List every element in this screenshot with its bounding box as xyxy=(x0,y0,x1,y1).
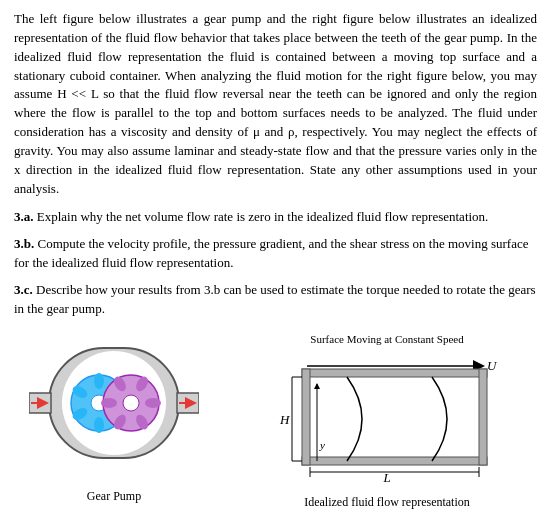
gear-pump-diagram xyxy=(29,333,199,483)
flow-diagram: U H y xyxy=(252,349,522,489)
svg-text:U: U xyxy=(487,358,498,373)
svg-point-15 xyxy=(145,398,161,408)
svg-rect-26 xyxy=(302,369,487,377)
question-3c: 3.c. Describe how your results from 3.b … xyxy=(14,281,537,319)
svg-text:L: L xyxy=(382,470,390,485)
q3b-label: 3.b. xyxy=(14,236,34,251)
fig-right-title: Surface Moving at Constant Speed xyxy=(310,333,463,345)
fig-right-caption: Idealized fluid flow representation xyxy=(304,495,470,510)
q3a-label: 3.a. xyxy=(14,209,34,224)
question-3a: 3.a. Explain why the net volume flow rat… xyxy=(14,208,537,227)
svg-rect-28 xyxy=(302,369,310,465)
svg-point-13 xyxy=(123,395,139,411)
figure-right: Surface Moving at Constant Speed U xyxy=(237,333,537,510)
svg-point-18 xyxy=(101,398,117,408)
svg-text:y: y xyxy=(319,439,325,451)
svg-rect-27 xyxy=(302,457,487,465)
svg-point-5 xyxy=(94,373,104,389)
svg-point-8 xyxy=(94,417,104,433)
fig-left-caption: Gear Pump xyxy=(87,489,141,504)
intro-paragraph: The left figure below illustrates a gear… xyxy=(14,10,537,198)
figure-left: Gear Pump xyxy=(14,333,214,504)
svg-rect-29 xyxy=(479,369,487,465)
question-3b: 3.b. Compute the velocity profile, the p… xyxy=(14,235,537,273)
q3a-text: Explain why the net volume flow rate is … xyxy=(37,209,489,224)
q3b-text: Compute the velocity profile, the pressu… xyxy=(14,236,528,270)
svg-text:H: H xyxy=(279,412,290,427)
q3c-text: Describe how your results from 3.b can b… xyxy=(14,282,536,316)
figures-row: Gear Pump Surface Moving at Constant Spe… xyxy=(14,333,537,510)
q3c-label: 3.c. xyxy=(14,282,33,297)
